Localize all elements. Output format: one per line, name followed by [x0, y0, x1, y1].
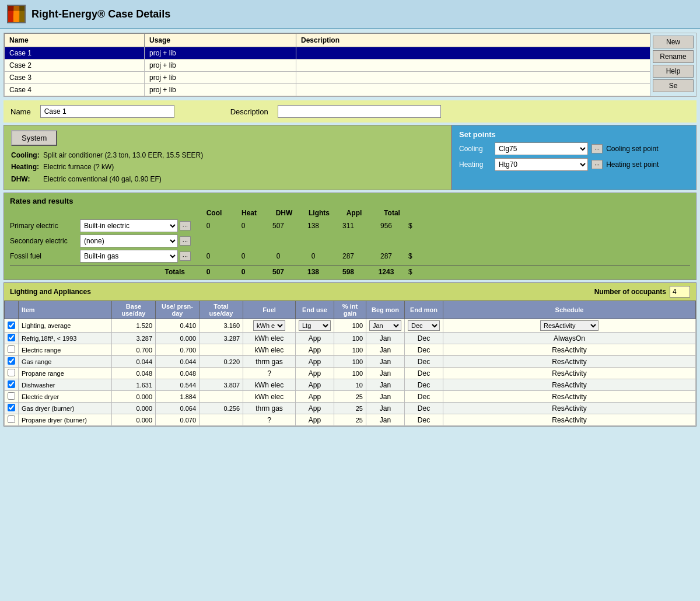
appl-fuel-7: thrm gas: [243, 403, 296, 414]
name-label: Name: [10, 107, 31, 116]
appl-item-4: Propane range: [19, 368, 112, 379]
appl-checkbox-4[interactable]: [8, 369, 15, 376]
appl-end-mon-3: Dec: [405, 356, 443, 368]
appl-fuel-4: ?: [243, 368, 296, 379]
col-pct-int: % int gain: [334, 301, 366, 319]
appl-fuel-2: kWh elec: [243, 344, 296, 356]
end-mon-select-0[interactable]: Dec: [408, 320, 440, 331]
cooling-sp-label: Cooling: [459, 145, 491, 153]
rate-select-0[interactable]: Built-in electricCustomNone: [80, 219, 178, 232]
end-use-val-2: App: [309, 346, 321, 354]
appl-check-0[interactable]: [5, 319, 19, 333]
appl-sched-6: ResActivity: [443, 391, 696, 403]
rate-select-1[interactable]: (none)Built-in electricCustom: [80, 235, 178, 247]
cooling-sp-dots[interactable]: ···: [592, 144, 603, 153]
rate-dots-0[interactable]: ···: [180, 221, 191, 230]
rate-name-0: Primary electric: [10, 222, 80, 230]
se-button[interactable]: Se: [653, 79, 694, 92]
rate-val-2-0: 0: [191, 252, 226, 260]
appl-total-4: [200, 368, 243, 379]
rate-val-0-3: 138: [296, 222, 331, 230]
rate-name-2: Fossil fuel: [10, 252, 80, 260]
appl-item-5: Dishwasher: [19, 379, 112, 391]
appl-base-2: 0.700: [112, 344, 156, 356]
appl-check-5[interactable]: [5, 379, 19, 391]
appl-check-8[interactable]: [5, 414, 19, 426]
beg-mon-val-1: Jan: [380, 334, 391, 343]
appl-end-use-6: App: [296, 391, 334, 403]
cooling-sp-select[interactable]: Clg75Clg70Clg72: [495, 142, 588, 155]
appl-checkbox-3[interactable]: [8, 357, 15, 365]
case-row-3[interactable]: Case 4 proj + lib: [5, 84, 650, 96]
col-total-use: Total use/day: [200, 301, 243, 319]
appl-check-3[interactable]: [5, 356, 19, 368]
appl-checkbox-0[interactable]: [8, 322, 15, 329]
col-end-use: End use: [296, 301, 334, 319]
heating-sp-select[interactable]: Htg70Htg65Htg68: [495, 158, 588, 171]
appl-base-0: 1.520: [112, 319, 156, 333]
case-row-2[interactable]: Case 3 proj + lib: [5, 72, 650, 84]
totals-dollar: $: [407, 268, 412, 276]
rename-button[interactable]: Rename: [653, 50, 694, 63]
end-use-val-3: App: [309, 358, 321, 366]
appl-pct-2: 100: [334, 344, 366, 356]
beg-mon-val-4: Jan: [380, 369, 391, 378]
rate-val-0-2: 507: [261, 222, 296, 230]
end-use-select-0[interactable]: Ltg: [299, 320, 331, 331]
col-schedule: Schedule: [443, 301, 696, 319]
appl-check-2[interactable]: [5, 344, 19, 356]
fuel-val-7: thrm gas: [256, 404, 283, 413]
totals-val-0: 0: [191, 268, 226, 276]
occupants-input[interactable]: [670, 286, 690, 298]
end-mon-val-3: Dec: [418, 358, 430, 366]
col-fuel: Fuel: [243, 301, 296, 319]
appl-checkbox-6[interactable]: [8, 392, 15, 400]
description-input[interactable]: [278, 105, 441, 118]
appl-checkbox-1[interactable]: [8, 334, 15, 341]
heating-sp-dots[interactable]: ···: [592, 160, 603, 169]
new-button[interactable]: New: [653, 36, 694, 48]
fuel-val-5: kWh elec: [255, 381, 284, 389]
appl-check-6[interactable]: [5, 391, 19, 403]
sched-val-6: ResActivity: [552, 393, 586, 401]
appl-check-4[interactable]: [5, 368, 19, 379]
help-button[interactable]: Help: [653, 65, 694, 78]
appl-check-1[interactable]: [5, 333, 19, 344]
end-mon-val-4: Dec: [418, 369, 430, 378]
appl-end-use-7: App: [296, 403, 334, 414]
app-title: Right-Energy® Case Details: [32, 8, 170, 20]
svg-rect-3: [8, 6, 24, 11]
appl-fuel-0: kWh elec: [243, 319, 296, 333]
col-base-use: Base use/day: [112, 301, 156, 319]
appl-item-2: Electric range: [19, 344, 112, 356]
system-button[interactable]: System: [11, 130, 57, 146]
appl-row-8: Propane dryer (burner) 0.000 0.070 ? App…: [5, 414, 696, 426]
name-input[interactable]: [40, 105, 174, 118]
appl-checkbox-5[interactable]: [8, 380, 15, 388]
appl-pct-0: 100: [334, 319, 366, 333]
case-usage: proj + lib: [145, 72, 296, 84]
case-row-1[interactable]: Case 2 proj + lib: [5, 60, 650, 72]
col-description: Description: [296, 34, 650, 47]
rate-dots-1[interactable]: ···: [180, 236, 191, 246]
fuel-select-0[interactable]: kWh elec: [253, 320, 285, 331]
name-desc-row: Name Description: [4, 100, 696, 123]
rates-section: Rates and results CoolHeatDHWLightsApplT…: [4, 193, 696, 280]
appl-total-7: 0.256: [200, 403, 243, 414]
appl-check-7[interactable]: [5, 403, 19, 414]
appl-checkbox-7[interactable]: [8, 404, 15, 411]
appl-end-mon-8: Dec: [405, 414, 443, 426]
appl-sched-2: ResActivity: [443, 344, 696, 356]
sched-select-0[interactable]: ResActivity: [540, 320, 598, 331]
rates-col-lights: Lights: [302, 209, 337, 217]
rate-select-2[interactable]: Built-in gasCustomNone: [80, 250, 178, 263]
appl-sched-0: ResActivity: [443, 319, 696, 333]
beg-mon-select-0[interactable]: Jan: [369, 320, 401, 331]
appl-end-use-4: App: [296, 368, 334, 379]
rate-dots-2[interactable]: ···: [180, 251, 191, 261]
appl-beg-mon-2: Jan: [366, 344, 405, 356]
case-row-0[interactable]: Case 1 proj + lib: [5, 47, 650, 60]
appl-checkbox-8[interactable]: [8, 415, 15, 423]
rates-col-cool: Cool: [197, 209, 232, 217]
appl-checkbox-2[interactable]: [8, 345, 15, 353]
